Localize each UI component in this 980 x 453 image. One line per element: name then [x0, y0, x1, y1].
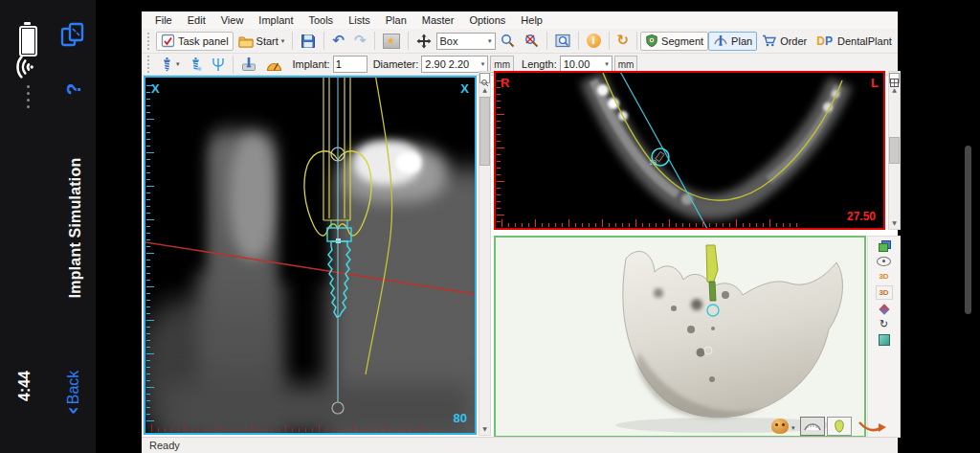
cart-icon — [762, 34, 777, 48]
info-button[interactable]: i — [582, 32, 606, 51]
implant-edit-icon — [189, 57, 202, 72]
main-toolbar: Task panel Start ▾ ↶ ↷ ★ Box▾ i ↻ Segmen… — [142, 29, 898, 54]
dentalplant-button[interactable]: DP DentalPlant — [812, 32, 897, 51]
axial-ruler-left — [497, 80, 504, 222]
implant-icon — [161, 57, 173, 72]
plan-button[interactable]: Plan — [708, 32, 757, 51]
favorites-button[interactable]: ★ — [378, 32, 405, 51]
menu-help[interactable]: Help — [513, 12, 550, 28]
cross-view-scrollbar[interactable]: ▲ ▼ — [479, 71, 491, 436]
task-panel-icon — [161, 34, 175, 48]
clip-plane-icon[interactable] — [877, 303, 892, 315]
remote-scroll-handle[interactable] — [965, 146, 971, 314]
scroll-down-button[interactable]: ▼ — [479, 423, 490, 434]
axial-scroll-down-button[interactable]: ▼ — [889, 217, 900, 228]
task-panel-button[interactable]: Task panel — [156, 32, 234, 51]
help-icon[interactable]: ? — [62, 83, 85, 96]
skull-icon[interactable] — [771, 419, 789, 434]
axial-measurement: 27.50 — [847, 210, 876, 223]
add-implant-button[interactable]: ▾ — [156, 55, 185, 74]
model-3d-view[interactable]: ▾ — [494, 236, 866, 438]
menu-master[interactable]: Master — [414, 12, 462, 28]
scroll-thumb[interactable] — [479, 97, 490, 166]
info-icon: i — [587, 34, 601, 48]
layers-icon[interactable] — [877, 239, 892, 252]
status-bar: Ready — [142, 437, 898, 453]
clock: 4:44 — [16, 371, 33, 401]
signal-dots-icon — [27, 81, 30, 112]
cross-section-view[interactable]: X X 80 — [144, 76, 477, 435]
implant-dropdown-caret: ▾ — [176, 60, 180, 68]
eye-icon[interactable] — [877, 255, 892, 267]
magnifier-icon — [501, 34, 515, 48]
angle-gauge-icon — [266, 57, 282, 72]
menu-lists[interactable]: Lists — [341, 12, 378, 28]
move-icon — [416, 34, 432, 49]
menu-edit[interactable]: Edit — [180, 12, 213, 28]
angle-gauge-button[interactable] — [261, 55, 287, 74]
fit-view-button[interactable] — [550, 32, 575, 51]
zoom-in-button[interactable] — [496, 32, 520, 51]
order-button[interactable]: Order — [757, 32, 812, 51]
zoom-panel-icon[interactable] — [479, 73, 490, 83]
layout-grid-icon[interactable] — [889, 73, 900, 83]
model-tool-strip: 3D 3D ↻ — [867, 236, 901, 438]
cross-ruler-bottom — [151, 424, 436, 432]
magnifier-cancel-icon — [524, 34, 539, 48]
implant-number-field[interactable] — [333, 56, 368, 73]
start-dropdown-caret: ▾ — [281, 37, 285, 45]
save-icon — [301, 34, 316, 49]
menu-file[interactable]: File — [147, 12, 180, 28]
skull-dropdown-caret[interactable]: ▾ — [791, 424, 795, 432]
menu-tools[interactable]: Tools — [301, 12, 341, 28]
wifi-icon — [11, 55, 36, 79]
reset-rotation-icon[interactable]: ↻ — [877, 318, 892, 330]
bone-level-button[interactable] — [236, 55, 261, 74]
rotate-3d-icon[interactable]: 3D — [876, 285, 893, 300]
cross-section-overlay — [145, 78, 475, 433]
menu-view[interactable]: View — [213, 12, 252, 28]
zoom-reset-button[interactable] — [520, 32, 544, 51]
edit-implant-button[interactable] — [185, 55, 207, 74]
redo-button[interactable]: ↷ — [349, 32, 371, 51]
axial-scroll-thumb[interactable] — [889, 137, 900, 164]
star-icon: ★ — [383, 34, 400, 49]
axial-view[interactable]: 19 R L 27.50 — [494, 71, 885, 230]
start-button[interactable]: Start ▾ — [234, 32, 290, 51]
status-text: Ready — [149, 440, 180, 451]
screen-sync-icon[interactable] — [59, 21, 86, 48]
selection-mode-select[interactable]: Box▾ — [436, 33, 496, 50]
undo-button[interactable]: ↶ — [327, 32, 349, 51]
back-button[interactable]: ‹Back — [61, 371, 82, 416]
implant-toolbar-grip[interactable] — [147, 56, 152, 73]
chevron-left-icon: ‹ — [60, 406, 84, 415]
axial-corner-left-label: R — [501, 76, 509, 90]
fit-view-icon — [555, 34, 570, 48]
implant-number-label: Implant: — [293, 58, 330, 70]
pan-3d-icon[interactable]: 3D — [877, 270, 892, 283]
tooth-implant-icon — [834, 419, 845, 433]
segment-button[interactable]: Segment — [640, 32, 708, 51]
orientation-arrow-icon[interactable] — [858, 419, 886, 435]
implant-outline-button[interactable] — [207, 55, 230, 74]
pan-button[interactable] — [412, 32, 436, 51]
length-label: Length: — [522, 58, 557, 70]
diameter-label: Diameter: — [373, 58, 419, 70]
menu-implant[interactable]: Implant — [251, 12, 301, 28]
implant-outline-icon — [212, 57, 225, 72]
ct-axial-texture — [496, 73, 883, 228]
tooth-view-button[interactable] — [827, 417, 852, 436]
toolbar-grip[interactable] — [147, 33, 152, 50]
jaw-view-button[interactable] — [800, 417, 825, 436]
axial-ruler-bottom — [501, 219, 797, 227]
menu-options[interactable]: Options — [461, 12, 513, 28]
axial-view-scrollbar[interactable]: ▲ ▼ — [888, 71, 901, 230]
save-button[interactable] — [296, 32, 321, 51]
refresh-button[interactable]: ↻ — [612, 32, 635, 51]
cube-icon[interactable] — [877, 333, 892, 346]
cross-corner-left-label: X — [151, 81, 160, 96]
menu-plan[interactable]: Plan — [378, 12, 414, 28]
plan-icon — [713, 34, 728, 48]
mandible-model — [496, 238, 864, 436]
bone-implant-icon — [241, 57, 256, 72]
